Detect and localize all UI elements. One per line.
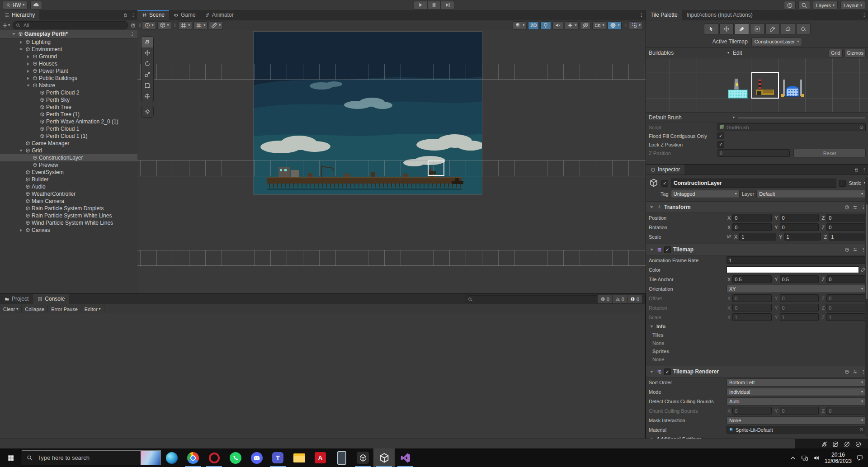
play-button[interactable] [414, 1, 427, 9]
account-button[interactable]: HW ▾ [3, 1, 28, 9]
clear-button[interactable]: Clear▾ [0, 305, 22, 314]
tilemap-renderer-component-header[interactable]: ✓Tilemap Renderer [646, 366, 868, 377]
taskbar-app-your-phone[interactable] [331, 448, 352, 467]
rect-tool-button[interactable] [142, 80, 153, 91]
lock-icon[interactable] [123, 13, 128, 18]
debugger-detached-icon[interactable] [821, 441, 828, 448]
pause-button[interactable] [427, 1, 441, 9]
hierarchy-item[interactable]: Perth Tree [0, 104, 137, 111]
x-field[interactable]: 0 [732, 223, 772, 231]
foldout-open-icon[interactable] [18, 149, 24, 153]
box-fill-button[interactable] [750, 24, 764, 34]
info-badge-counter[interactable]: 0 [598, 295, 613, 303]
hierarchy-item[interactable]: Perth Tree (1) [0, 111, 137, 118]
z-field[interactable]: 0 [826, 223, 866, 231]
hierarchy-item[interactable]: Game Manager [0, 140, 137, 147]
hierarchy-item[interactable]: Rain Particle System White Lines [0, 212, 137, 219]
hierarchy-item[interactable]: Perth Cloud 1 [0, 125, 137, 132]
active-tilemap-dropdown[interactable]: ConstructionLayer ▾ [751, 38, 802, 46]
property-checkbox[interactable]: ✓ [717, 132, 724, 139]
foldout-open-icon[interactable] [25, 84, 31, 88]
presets-icon[interactable] [853, 369, 858, 374]
help-icon[interactable] [844, 369, 849, 374]
taskbar-search-input[interactable] [37, 454, 137, 462]
color-swatch[interactable] [726, 266, 859, 273]
link-broken-icon[interactable] [726, 234, 731, 239]
hierarchy-item[interactable]: Rain Particle System Droplets [0, 205, 137, 212]
tab-tile-palette[interactable]: Tile Palette [646, 10, 682, 20]
taskbar-app-chrome[interactable] [182, 448, 203, 467]
tilemap-component-header[interactable]: ✓Tilemap [646, 244, 868, 255]
hierarchy-item[interactable]: Environment [0, 46, 137, 53]
value-field[interactable]: 1 [726, 256, 866, 264]
volume-icon[interactable] [813, 454, 820, 462]
hierarchy-scene-row[interactable]: Gameplay Perth* [0, 30, 137, 38]
foldout-closed-icon[interactable] [25, 62, 31, 66]
property-dropdown[interactable]: Bottom Left▾ [726, 378, 866, 387]
grid-snap-button[interactable]: ▾ [178, 21, 192, 30]
add-object-icon[interactable] [2, 22, 8, 28]
foldout-closed-icon[interactable] [18, 228, 24, 232]
tab-game[interactable]: Game [169, 10, 200, 20]
object-picker-icon[interactable]: ⊙ [859, 124, 863, 130]
tab-project[interactable]: Project [0, 294, 33, 304]
hierarchy-item[interactable]: Wind Particle System White Lines [0, 219, 137, 226]
move-tool-button[interactable] [719, 24, 734, 34]
custom-tool-button[interactable] [142, 106, 153, 117]
measure-button[interactable]: ▾ [209, 21, 223, 30]
action-center-icon[interactable] [856, 454, 863, 462]
lock-icon[interactable] [854, 167, 859, 172]
foldout-open-icon[interactable] [11, 32, 17, 36]
reset-button[interactable]: Reset [793, 149, 866, 157]
transform-component-header[interactable]: Transform [646, 201, 868, 213]
hierarchy-item[interactable]: Lighting [0, 38, 137, 46]
taskbar-app-opera[interactable] [203, 448, 225, 467]
z-field[interactable]: 1 [829, 233, 866, 241]
material-object-field[interactable]: Sprite-Lit-Default⊙ [726, 426, 866, 434]
tile-picker-button[interactable] [765, 24, 780, 34]
scene-lighting-button[interactable] [540, 21, 551, 30]
tab-hierarchy[interactable]: Hierarchy [0, 10, 39, 20]
component-enabled-checkbox[interactable]: ✓ [664, 246, 671, 253]
hierarchy-item[interactable]: ConstructionLayer [0, 154, 137, 161]
layer-dropdown[interactable]: Default ▾ [756, 190, 866, 198]
foldout-open-icon[interactable] [649, 205, 655, 209]
tag-dropdown[interactable]: Untagged ▾ [671, 190, 740, 198]
component-enabled-checkbox[interactable]: ✓ [664, 368, 671, 375]
transform-tool-button[interactable] [142, 91, 153, 102]
select-button[interactable] [704, 24, 718, 34]
step-button[interactable] [441, 1, 454, 9]
collab-off-icon[interactable] [844, 441, 850, 448]
scale-button[interactable] [142, 69, 153, 80]
active-checkbox[interactable]: ✓ [661, 180, 668, 187]
z-position-field[interactable]: 0 [717, 149, 790, 157]
chevron-down-icon[interactable]: ▾ [8, 24, 10, 27]
foldout-closed-icon[interactable] [25, 69, 31, 73]
gizmos-toggle-button[interactable]: Gizmos [844, 49, 866, 57]
error-badge-counter[interactable]: 0 [627, 295, 642, 303]
palette-edit-button[interactable]: Edit [733, 50, 742, 56]
view-hand-button[interactable] [142, 37, 153, 47]
taskbar-app-edge[interactable] [161, 448, 182, 467]
network-icon[interactable] [801, 454, 808, 462]
collapse-button[interactable]: Collapse [22, 305, 48, 314]
progress-ok-icon[interactable] [855, 441, 862, 448]
taskbar-app-unity-editor[interactable] [373, 448, 395, 467]
hierarchy-item[interactable]: Perth Wave Animation 2_0 (1) [0, 118, 137, 125]
hierarchy-item[interactable]: Nature [0, 82, 137, 89]
handle-global-button[interactable]: ▾ [157, 21, 171, 30]
presets-icon[interactable] [853, 205, 858, 210]
tab-inspector[interactable]: Inspector [646, 165, 684, 175]
hierarchy-item[interactable]: Houses [0, 60, 137, 67]
inspector-scrollbar[interactable] [865, 177, 868, 437]
rotate-button[interactable] [142, 58, 153, 69]
audio-muted-button[interactable] [552, 21, 563, 30]
presets-icon[interactable] [853, 247, 858, 252]
taskbar-app-discord[interactable] [246, 448, 267, 467]
taskbar-app-file-explorer[interactable] [288, 448, 310, 467]
kebab-menu-icon[interactable] [639, 13, 644, 18]
layout-dropdown[interactable]: Layout ▾ [840, 1, 865, 9]
z-field[interactable]: 0 [826, 214, 866, 222]
tray-chevron-up-icon[interactable] [789, 454, 797, 462]
palette-dropdown[interactable]: Buildables ▾ [649, 50, 729, 56]
